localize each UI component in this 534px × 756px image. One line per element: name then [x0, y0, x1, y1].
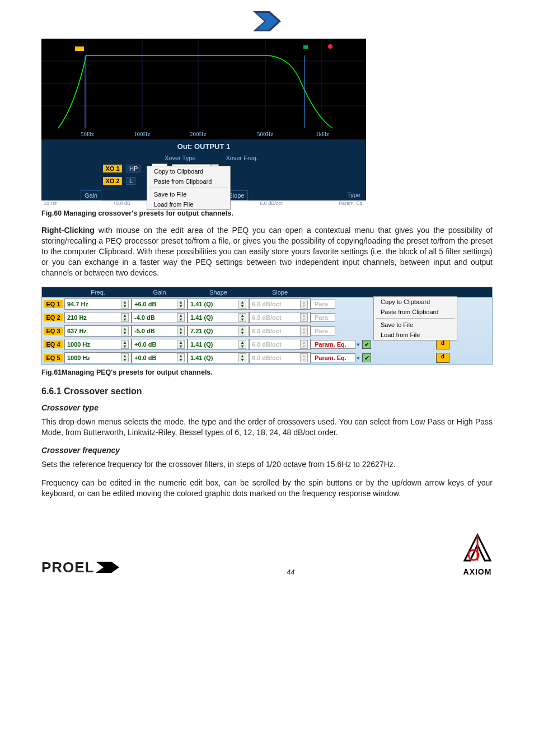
eq-shape[interactable]: 7.21 (Q)▴▾	[188, 325, 249, 337]
eq-tag: EQ 5	[44, 354, 63, 362]
ctx-paste[interactable]: Paste from Clipboard	[147, 176, 230, 186]
eq-gain[interactable]: +0.0 dB▴▾	[132, 352, 188, 363]
xo1-label: XO 1	[103, 165, 122, 172]
crossover-freq-para2: Frequency can be edited in the numeric e…	[41, 478, 493, 499]
svg-text:50Hz: 50Hz	[81, 130, 94, 137]
ctx-separator	[149, 188, 228, 188]
hdr-freq: Freq.	[64, 289, 132, 296]
ctx-save[interactable]: Save to File	[147, 189, 230, 199]
eq-type-cell[interactable]: Param. Eq.▾✔	[311, 353, 434, 362]
eq-slope[interactable]: 6.0 dB/oct▴▾	[249, 298, 311, 310]
svg-point-15	[328, 44, 332, 49]
section-heading: 6.6.1 Crossover section	[41, 386, 493, 396]
hdr-slope: Slope	[249, 289, 311, 296]
eq-table: Freq. Gain Shape Slope Copy to Clipboard…	[41, 287, 493, 365]
eq-tag: EQ 1	[44, 300, 63, 308]
crossover-freq-heading: Crossover frequency	[41, 446, 493, 455]
eq-ctx-paste[interactable]: Paste from Clipboard	[374, 307, 457, 317]
xo1-mode[interactable]: HP	[127, 165, 140, 172]
svg-text:100Hz: 100Hz	[134, 130, 150, 137]
eq-tag: EQ 4	[44, 340, 63, 348]
xover-context-menu: Copy to Clipboard Paste from Clipboard S…	[147, 166, 231, 210]
fig61-caption: Fig.61Managing PEQ's presets for output …	[41, 368, 493, 376]
svg-rect-2	[41, 39, 366, 139]
xover-type-header: Xover Type	[165, 155, 195, 161]
eq-type-cell[interactable]: Param. Eq.▾✔	[311, 340, 434, 349]
eq-detail-button[interactable]: d	[436, 339, 449, 349]
eq-ctx-load[interactable]: Load from File	[374, 330, 457, 340]
axiom-logo: AXIOM	[462, 533, 493, 576]
svg-marker-1	[256, 13, 278, 30]
output-title: Out: OUTPUT 1	[41, 139, 366, 153]
crossover-type-para: This drop-down menus selects the mode, t…	[41, 417, 493, 438]
hdr-gain: Gain	[132, 289, 188, 296]
svg-text:500Hz: 500Hz	[257, 130, 273, 137]
eq-freq[interactable]: 637 Hz▴▾	[64, 325, 132, 337]
eq-detail-button[interactable]: d	[436, 353, 449, 363]
check-icon: ✔	[362, 353, 371, 362]
eq-slope[interactable]: 6.0 dB/oct▴▾	[249, 325, 311, 337]
hdr-shape: Shape	[188, 289, 249, 296]
eq-shape[interactable]: 1.41 (Q)▴▾	[188, 352, 249, 363]
eq-ctx-sep	[376, 318, 455, 319]
eq-gain[interactable]: -5.0 dB▴▾	[132, 325, 188, 337]
ctx-copy[interactable]: Copy to Clipboard	[147, 166, 230, 176]
fig60-container: 50Hz 100Hz 200Hz 500Hz 1kHz Out: OUTPUT …	[41, 39, 493, 206]
xover-panel: Xover Type Xover Freq. XO 1 HP 50.8 Hz ▴…	[41, 153, 366, 190]
eq-slope[interactable]: 6.0 dB/oct▴▾	[249, 352, 311, 363]
gain-label: Gain	[81, 190, 101, 200]
eq-tag: EQ 2	[44, 314, 63, 321]
eq-tag: EQ 3	[44, 327, 63, 335]
svg-marker-21	[96, 562, 119, 573]
page-header-chevron	[41, 11, 493, 33]
eq-gain[interactable]: +6.0 dB▴▾	[132, 298, 188, 310]
eq-freq[interactable]: 1000 Hz▴▾	[64, 339, 132, 350]
eq-context-menu: Copy to Clipboard Paste from Clipboard S…	[373, 296, 457, 340]
proel-logo: PROEL	[41, 559, 119, 576]
eq-ctx-copy[interactable]: Copy to Clipboard	[374, 297, 457, 307]
xover-freq-header: Xover Freq.	[226, 155, 257, 161]
ctx-load[interactable]: Load from File	[147, 199, 230, 209]
eq-gain[interactable]: -4.0 dB▴▾	[132, 312, 188, 323]
eq-freq[interactable]: 1000 Hz▴▾	[64, 352, 132, 363]
eq-gain[interactable]: +0.0 dB▴▾	[132, 339, 188, 350]
xo2-label: XO 2	[103, 177, 122, 185]
svg-text:1kHz: 1kHz	[316, 130, 329, 137]
xo2-mode[interactable]: L	[127, 177, 135, 185]
svg-rect-11	[75, 46, 84, 51]
eq-ctx-save[interactable]: Save to File	[374, 320, 457, 330]
svg-text:200Hz: 200Hz	[190, 130, 206, 137]
page-number: 44	[287, 568, 294, 576]
fig60-caption: Fig.60 Managing crossover's presets for …	[41, 209, 493, 217]
check-icon: ✔	[362, 340, 371, 349]
eq-shape[interactable]: 1.41 (Q)▴▾	[188, 312, 249, 323]
crossover-type-heading: Crossover type	[41, 403, 493, 412]
eq-freq[interactable]: 94.7 Hz▴▾	[64, 298, 132, 310]
eq-slope[interactable]: 6.0 dB/oct▴▾	[249, 312, 311, 323]
eq-shape[interactable]: 1.41 (Q)▴▾	[188, 339, 249, 350]
type-label: Type	[344, 190, 364, 200]
crossover-graph: 50Hz 100Hz 200Hz 500Hz 1kHz	[41, 39, 366, 139]
svg-rect-14	[303, 45, 308, 49]
eq-row: EQ 51000 Hz▴▾+0.0 dB▴▾1.41 (Q)▴▾6.0 dB/o…	[42, 351, 492, 365]
eq-slope[interactable]: 6.0 dB/oct▴▾	[249, 339, 311, 350]
page-footer: PROEL 44 AXIOM	[41, 533, 493, 576]
crossover-freq-para1: Sets the reference frequency for the cro…	[41, 459, 493, 470]
eq-shape[interactable]: 1.41 (Q)▴▾	[188, 298, 249, 310]
right-click-paragraph: Right-Clicking with mouse on the edit ar…	[41, 225, 493, 278]
eq-freq[interactable]: 210 Hz▴▾	[64, 312, 132, 323]
